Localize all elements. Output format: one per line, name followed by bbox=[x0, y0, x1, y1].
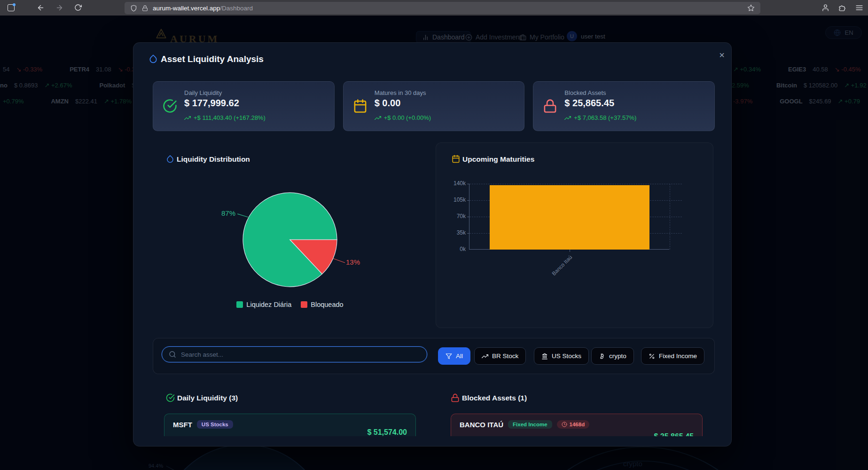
filter-all-button[interactable]: All bbox=[438, 347, 470, 365]
filter-br-stock-button[interactable]: BR Stock bbox=[474, 347, 526, 365]
legend-swatch bbox=[236, 301, 243, 308]
asset-name: BANCO ITAÚ bbox=[460, 421, 503, 429]
asset-badge-maturity: 1468d bbox=[557, 420, 590, 429]
stat-card-matures-30d: Matures in 30 days $ 0.00 +$ 0.00 (+0.00… bbox=[343, 81, 525, 131]
menu-icon[interactable] bbox=[855, 4, 863, 12]
modal-title: Asset Liquidity Analysis bbox=[161, 54, 264, 64]
lock-icon bbox=[543, 99, 557, 113]
trend-up-icon bbox=[564, 115, 571, 121]
stat-card-blocked-assets: Blocked Assets $ 25,865.45 +$ 7,063.58 (… bbox=[533, 81, 715, 131]
stat-change: +$ 111,403.40 (+167.28%) bbox=[184, 114, 266, 121]
asset-value: $ 25,865.45 bbox=[654, 432, 694, 436]
legend-item-daily[interactable]: Liquidez Diária bbox=[236, 301, 291, 308]
droplet-icon bbox=[166, 155, 174, 163]
filter-crypto-button[interactable]: crypto bbox=[591, 347, 634, 365]
stat-label: Blocked Assets bbox=[564, 89, 606, 96]
trend-up-icon bbox=[482, 353, 488, 360]
pie-legend: Liquidez Diária Bloqueado bbox=[196, 301, 384, 308]
pie-percent-label: 13% bbox=[346, 258, 360, 266]
url-path: /Dashboard bbox=[220, 5, 253, 12]
stat-label: Daily Liquidity bbox=[184, 89, 222, 96]
stat-value: $ 177,999.62 bbox=[184, 98, 239, 109]
y-tick: 35k bbox=[443, 229, 466, 236]
calendar-icon bbox=[452, 155, 460, 163]
stat-cards: Daily Liquidity $ 177,999.62 +$ 111,403.… bbox=[133, 81, 732, 131]
browser-toolbar: aurum-wallet.vercel.app/Dashboard bbox=[0, 0, 868, 16]
lock-icon bbox=[142, 5, 148, 11]
url-host: aurum-wallet.vercel.app bbox=[153, 5, 220, 12]
bar-chart-title: Upcoming Maturities bbox=[462, 155, 534, 164]
filter-icon bbox=[446, 353, 452, 360]
back-icon[interactable] bbox=[37, 4, 45, 12]
percent-icon bbox=[649, 353, 655, 360]
stat-value: $ 0.00 bbox=[375, 98, 401, 109]
asset-badge-category: Fixed Income bbox=[508, 420, 552, 429]
trend-up-icon bbox=[184, 115, 191, 121]
pie-chart-title: Liquidity Distribution bbox=[177, 155, 250, 164]
window-icon[interactable] bbox=[8, 4, 15, 11]
reload-icon[interactable] bbox=[74, 4, 82, 11]
pie-leader-green bbox=[237, 214, 250, 218]
section-title-daily-liquidity: Daily Liquidity (3) bbox=[177, 394, 238, 402]
asset-row-msft[interactable]: MSFT US Stocks $ 51,574.00 bbox=[164, 414, 416, 436]
close-icon[interactable]: × bbox=[715, 48, 728, 62]
y-tick: 140k bbox=[443, 180, 466, 187]
filter-fixed-income-button[interactable]: Fixed Income bbox=[641, 347, 704, 365]
stat-change: +$ 0.00 (+0.00%) bbox=[375, 114, 431, 121]
y-tick: 70k bbox=[443, 213, 466, 219]
stat-value: $ 25,865.45 bbox=[564, 98, 614, 109]
section-title-blocked-assets: Blocked Assets (1) bbox=[462, 394, 527, 402]
check-circle-icon bbox=[163, 99, 177, 113]
stat-label: Matures in 30 days bbox=[375, 89, 426, 96]
search-input[interactable] bbox=[162, 346, 427, 362]
calendar-icon bbox=[353, 99, 368, 113]
stat-change: +$ 7,063.58 (+37.57%) bbox=[564, 114, 636, 121]
account-icon[interactable] bbox=[821, 4, 829, 12]
liquidity-pie-chart bbox=[205, 186, 375, 294]
asset-liquidity-modal: Asset Liquidity Analysis × Daily Liquidi… bbox=[133, 42, 732, 446]
extensions-icon[interactable] bbox=[838, 4, 846, 12]
lock-icon bbox=[451, 393, 460, 402]
clock-icon bbox=[562, 422, 567, 427]
page: AURUM Dashboard Add Investment My Portfo… bbox=[0, 16, 868, 470]
trend-up-icon bbox=[375, 115, 381, 121]
bitcoin-icon bbox=[599, 353, 605, 360]
asset-value: $ 51,574.00 bbox=[367, 428, 407, 436]
asset-name: MSFT bbox=[173, 421, 192, 429]
pie-percent-label: 87% bbox=[206, 209, 235, 217]
maturities-bar-chart: 140k 105k 70k 35k 0k Banco Itaú bbox=[469, 184, 669, 250]
asset-badge-category: US Stocks bbox=[197, 420, 233, 429]
url-bar[interactable]: aurum-wallet.vercel.app/Dashboard bbox=[125, 2, 760, 14]
filter-us-stocks-button[interactable]: US Stocks bbox=[534, 347, 589, 365]
forward-icon[interactable] bbox=[55, 4, 63, 12]
shield-icon[interactable] bbox=[130, 5, 137, 12]
legend-item-blocked[interactable]: Bloqueado bbox=[301, 301, 343, 308]
star-icon[interactable] bbox=[747, 4, 755, 12]
bank-icon bbox=[541, 353, 548, 360]
stat-card-daily-liquidity: Daily Liquidity $ 177,999.62 +$ 111,403.… bbox=[153, 81, 335, 131]
y-tick: 105k bbox=[443, 196, 466, 203]
asset-row-banco-itau[interactable]: BANCO ITAÚ Fixed Income 1468d $ 25,865.4… bbox=[451, 414, 703, 436]
pie-leader-red bbox=[333, 258, 345, 263]
y-tick: 0k bbox=[443, 246, 466, 252]
legend-swatch bbox=[301, 301, 307, 308]
check-circle-icon bbox=[166, 393, 175, 402]
asset-lists: MSFT US Stocks $ 51,574.00 BANCO ITAÚ Fi… bbox=[133, 409, 732, 436]
droplet-icon bbox=[149, 54, 158, 63]
search-filter-bar: All BR Stock US Stocks crypto Fixed Inco… bbox=[153, 338, 715, 374]
bar-banco-itau[interactable] bbox=[490, 185, 649, 250]
